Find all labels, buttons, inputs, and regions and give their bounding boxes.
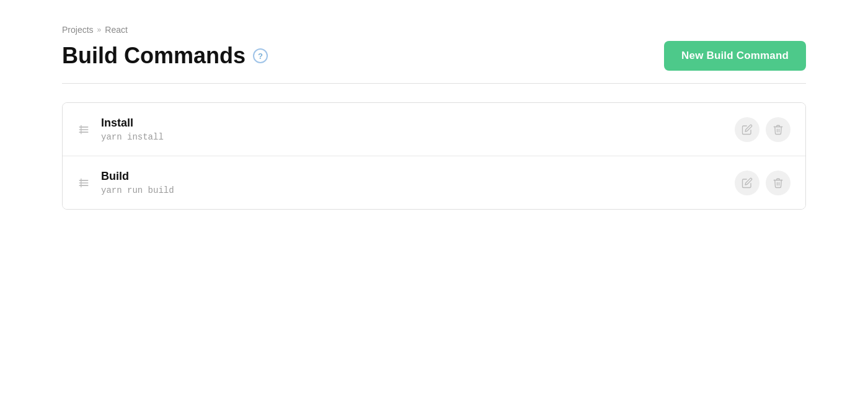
help-icon[interactable]: ? bbox=[253, 48, 268, 63]
delete-button[interactable] bbox=[766, 117, 790, 142]
edit-button[interactable] bbox=[735, 117, 760, 142]
drag-handle-icon[interactable] bbox=[78, 123, 90, 136]
command-info: Build yarn run build bbox=[101, 170, 735, 195]
header-divider bbox=[62, 83, 806, 84]
page-title: Build Commands bbox=[62, 43, 246, 69]
command-name: Install bbox=[101, 117, 735, 130]
page-container: Projects » React Build Commands ? New Bu… bbox=[25, 0, 843, 234]
delete-button[interactable] bbox=[766, 171, 790, 195]
command-name: Build bbox=[101, 170, 735, 183]
page-title-group: Build Commands ? bbox=[62, 43, 268, 69]
breadcrumb-separator: » bbox=[97, 25, 102, 34]
breadcrumb-current: React bbox=[105, 25, 128, 35]
command-text: yarn run build bbox=[101, 185, 735, 195]
breadcrumb: Projects » React bbox=[62, 25, 806, 35]
drag-handle-icon[interactable] bbox=[78, 177, 90, 189]
breadcrumb-projects[interactable]: Projects bbox=[62, 25, 94, 35]
table-row: Install yarn install bbox=[63, 103, 805, 156]
commands-list: Install yarn install bbox=[62, 102, 806, 210]
command-info: Install yarn install bbox=[101, 117, 735, 142]
page-header: Build Commands ? New Build Command bbox=[62, 41, 806, 71]
new-build-command-button[interactable]: New Build Command bbox=[664, 41, 806, 71]
command-actions bbox=[735, 171, 790, 195]
command-actions bbox=[735, 117, 790, 142]
command-text: yarn install bbox=[101, 132, 735, 142]
edit-button[interactable] bbox=[735, 171, 760, 195]
table-row: Build yarn run build bbox=[63, 156, 805, 209]
